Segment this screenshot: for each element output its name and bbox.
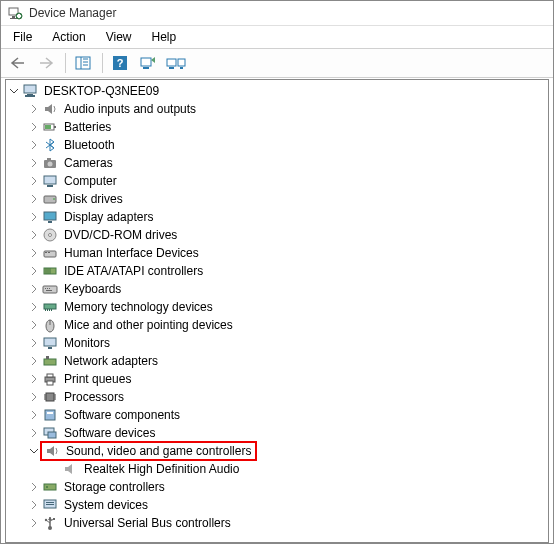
expand-icon[interactable]: [28, 193, 40, 205]
svg-rect-55: [44, 338, 56, 346]
svg-rect-77: [46, 502, 54, 503]
svg-point-31: [53, 198, 55, 200]
svg-rect-27: [47, 158, 51, 160]
tree-item[interactable]: IDE ATA/ATAPI controllers: [6, 262, 548, 280]
tree-item[interactable]: Storage controllers: [6, 478, 548, 496]
svg-rect-78: [46, 504, 54, 505]
expand-icon[interactable]: [28, 103, 40, 115]
forward-button[interactable]: [33, 51, 59, 75]
svg-rect-84: [53, 518, 55, 520]
tree-child-realtek[interactable]: Realtek High Definition Audio: [6, 460, 548, 478]
tree-item[interactable]: Human Interface Devices: [6, 244, 548, 262]
expand-icon[interactable]: [28, 373, 40, 385]
tree-item[interactable]: Audio inputs and outputs: [6, 100, 548, 118]
expand-icon[interactable]: [28, 481, 40, 493]
expand-icon[interactable]: [28, 283, 40, 295]
tree-item[interactable]: Display adapters: [6, 208, 548, 226]
camera-icon: [42, 155, 58, 171]
tree-item[interactable]: Processors: [6, 388, 548, 406]
display-icon: [42, 209, 58, 225]
scan-hardware-button[interactable]: [135, 51, 161, 75]
expand-icon[interactable]: [28, 517, 40, 529]
expand-icon[interactable]: [28, 211, 40, 223]
tree-item[interactable]: Batteries: [6, 118, 548, 136]
expand-icon[interactable]: [28, 229, 40, 241]
expand-icon[interactable]: [28, 157, 40, 169]
app-icon: [7, 5, 23, 21]
svg-rect-48: [44, 304, 56, 309]
svg-rect-50: [47, 309, 48, 311]
collapse-icon[interactable]: [28, 445, 40, 457]
expand-icon[interactable]: [28, 409, 40, 421]
menu-file[interactable]: File: [3, 28, 42, 46]
tree-item[interactable]: Software components: [6, 406, 548, 424]
software-devices-icon: [42, 425, 58, 441]
tree-item[interactable]: Cameras: [6, 154, 548, 172]
system-icon: [42, 497, 58, 513]
bluetooth-icon: [42, 137, 58, 153]
tree-item[interactable]: DVD/CD-ROM drives: [6, 226, 548, 244]
tree-item-sound[interactable]: Sound, video and game controllers: [6, 442, 548, 460]
svg-rect-74: [44, 484, 56, 490]
svg-rect-63: [46, 393, 54, 401]
device-tree[interactable]: DESKTOP-Q3NEE09 Audio inputs and outputs…: [6, 80, 548, 534]
svg-point-35: [49, 234, 52, 237]
tree-item[interactable]: Bluetooth: [6, 136, 548, 154]
tree-item[interactable]: Software devices: [6, 424, 548, 442]
speaker-icon: [62, 461, 78, 477]
svg-rect-19: [24, 85, 36, 93]
battery-icon: [42, 119, 58, 135]
help-button[interactable]: ?: [107, 51, 133, 75]
tree-item[interactable]: Disk drives: [6, 190, 548, 208]
svg-rect-14: [143, 67, 149, 69]
tree-item[interactable]: Universal Serial Bus controllers: [6, 514, 548, 532]
show-hide-tree-button[interactable]: [70, 51, 96, 75]
expand-icon[interactable]: [28, 265, 40, 277]
back-button[interactable]: [5, 51, 31, 75]
expand-icon[interactable]: [28, 319, 40, 331]
tree-item[interactable]: Network adapters: [6, 352, 548, 370]
tree-item[interactable]: Computer: [6, 172, 548, 190]
svg-rect-36: [44, 251, 56, 257]
expand-icon[interactable]: [28, 121, 40, 133]
tree-root[interactable]: DESKTOP-Q3NEE09: [6, 82, 548, 100]
svg-rect-71: [47, 412, 53, 414]
expand-icon[interactable]: [28, 175, 40, 187]
expand-icon[interactable]: [28, 301, 40, 313]
tree-item[interactable]: System devices: [6, 496, 548, 514]
menubar: File Action View Help: [1, 26, 553, 48]
menu-action[interactable]: Action: [42, 28, 95, 46]
expand-icon[interactable]: [28, 355, 40, 367]
devices-button[interactable]: [163, 51, 189, 75]
tree-item[interactable]: Print queues: [6, 370, 548, 388]
computer-icon: [22, 83, 38, 99]
svg-rect-44: [45, 288, 46, 289]
expand-icon[interactable]: [28, 139, 40, 151]
collapse-icon[interactable]: [8, 85, 20, 97]
svg-rect-16: [169, 67, 174, 69]
svg-rect-73: [48, 432, 56, 438]
expand-icon[interactable]: [28, 247, 40, 259]
software-icon: [42, 407, 58, 423]
svg-rect-49: [45, 309, 46, 311]
svg-rect-70: [45, 410, 55, 420]
menu-help[interactable]: Help: [142, 28, 187, 46]
svg-rect-28: [44, 176, 56, 184]
tree-item[interactable]: Mice and other pointing devices: [6, 316, 548, 334]
tree-item[interactable]: Monitors: [6, 334, 548, 352]
printer-icon: [42, 371, 58, 387]
svg-point-26: [48, 162, 53, 167]
expand-icon[interactable]: [28, 499, 40, 511]
expand-icon[interactable]: [28, 337, 40, 349]
svg-point-75: [46, 486, 48, 488]
sound-icon: [44, 443, 60, 459]
svg-rect-37: [45, 252, 47, 253]
expand-icon[interactable]: [28, 391, 40, 403]
menu-view[interactable]: View: [96, 28, 142, 46]
expand-icon[interactable]: [28, 427, 40, 439]
keyboard-icon: [42, 281, 58, 297]
tree-item[interactable]: Keyboards: [6, 280, 548, 298]
tree-item[interactable]: Memory technology devices: [6, 298, 548, 316]
svg-rect-47: [46, 290, 52, 291]
ide-icon: [42, 263, 58, 279]
